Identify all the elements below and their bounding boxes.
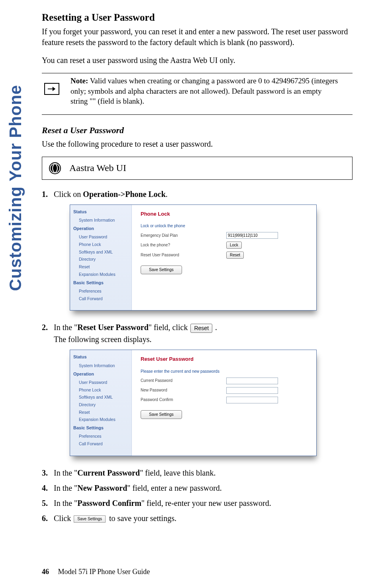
- nav-item[interactable]: Softkeys and XML: [70, 393, 131, 401]
- reset-inline-button[interactable]: Reset: [190, 324, 212, 333]
- save-settings-button[interactable]: Save Settings: [141, 265, 182, 274]
- form-row: New Password: [141, 387, 310, 394]
- intro-paragraph-2: You can reset a user password using the …: [42, 55, 353, 66]
- nav-sidebar: Status System Information Operation User…: [70, 350, 132, 455]
- nav-item[interactable]: User Password: [70, 379, 131, 386]
- field-label: Emergency Dial Plan: [141, 233, 226, 238]
- screenshot-reset-password: Status System Information Operation User…: [70, 350, 353, 456]
- current-password-input[interactable]: [226, 378, 278, 384]
- panel-title: Phone Lock: [141, 210, 310, 218]
- step-text: Click: [54, 514, 73, 523]
- step-text: .: [166, 190, 168, 199]
- side-tab-label: Customizing Your Phone: [6, 12, 25, 291]
- nav-item[interactable]: Expansion Modules: [70, 271, 131, 278]
- step-6: Click Save Settings to save your setting…: [42, 513, 353, 524]
- nav-group: Operation: [70, 370, 131, 379]
- nav-item[interactable]: Directory: [70, 401, 131, 409]
- note-body: Valid values when creating or changing a…: [71, 77, 338, 105]
- step-text: " field, leave this blank.: [140, 468, 215, 477]
- nav-item[interactable]: Reset: [70, 263, 131, 271]
- step-text: In the ": [54, 484, 77, 492]
- step-bold: Operation->Phone Lock: [83, 190, 166, 199]
- field-label: Reset User Password: [141, 252, 226, 258]
- step-1: Click on Operation->Phone Lock. Status S…: [42, 189, 353, 311]
- field-label: Current Password: [141, 378, 226, 383]
- globe-icon: [48, 161, 62, 175]
- nav-item[interactable]: Preferences: [70, 433, 131, 440]
- page-content: Resetting a User Password If you forget …: [42, 0, 353, 524]
- field-label: New Password: [141, 387, 226, 393]
- step-text: Click on: [54, 190, 83, 199]
- nav-item[interactable]: Directory: [70, 256, 131, 263]
- intro-paragraph-3: Use the following procedure to reset a u…: [42, 139, 353, 149]
- nav-item[interactable]: Call Forward: [70, 440, 131, 448]
- nav-item[interactable]: Softkeys and XML: [70, 248, 131, 256]
- field-label: Lock the phone?: [141, 242, 226, 248]
- nav-group: Operation: [70, 224, 131, 233]
- note-label: Note:: [71, 77, 88, 85]
- confirm-password-input[interactable]: [226, 397, 278, 403]
- note-text: Note: Valid values when creating or chan…: [71, 76, 353, 106]
- step-bold: New Password: [77, 484, 127, 492]
- nav-item[interactable]: Phone Lock: [70, 241, 131, 248]
- nav-item[interactable]: Expansion Modules: [70, 416, 131, 423]
- field-label: Password Confirm: [141, 397, 226, 403]
- panel-main: Phone Lock Lock or unlock the phone Emer…: [132, 205, 316, 310]
- nav-item[interactable]: Preferences: [70, 287, 131, 295]
- intro-paragraph-1: If you forget your password, you can res…: [42, 26, 353, 48]
- nav-group: Basic Settings: [70, 278, 131, 287]
- section-heading: Resetting a User Password: [42, 12, 353, 23]
- step-text: " field, re-enter your new user password…: [141, 499, 271, 507]
- form-row: Lock the phone? Lock: [141, 242, 310, 249]
- step-text: to save your settings.: [107, 514, 176, 523]
- panel-section-label: Please enter the current and new passwor…: [141, 369, 310, 374]
- nav-item[interactable]: Call Forward: [70, 295, 131, 303]
- step-bold: Current Password: [77, 468, 140, 477]
- arrow-right-icon: [44, 83, 59, 95]
- step-5: In the "Password Confirm" field, re-ente…: [42, 498, 353, 509]
- page-number: 46: [42, 568, 49, 576]
- emergency-dial-plan-input[interactable]: [226, 232, 278, 239]
- step-text: " field, enter a new password.: [127, 484, 222, 492]
- footer-title: Model 57i IP Phone User Guide: [58, 568, 150, 576]
- step-text: In the ": [54, 323, 77, 332]
- step-text: .: [213, 323, 217, 332]
- form-row: Password Confirm: [141, 397, 310, 403]
- step-bold: Password Confirm: [77, 499, 141, 507]
- save-settings-button[interactable]: Save Settings: [141, 410, 182, 419]
- step-text: In the ": [54, 499, 77, 507]
- nav-item[interactable]: Reset: [70, 409, 131, 416]
- nav-group: Status: [70, 352, 131, 362]
- webui-callout: Aastra Web UI: [42, 157, 353, 180]
- nav-item[interactable]: System Information: [70, 216, 131, 224]
- save-settings-inline-button[interactable]: Save Settings: [74, 515, 106, 523]
- nav-group: Basic Settings: [70, 423, 131, 433]
- lock-button[interactable]: Lock: [226, 242, 242, 249]
- screenshot-phone-lock: Status System Information Operation User…: [70, 205, 353, 311]
- panel-section-label: Lock or unlock the phone: [141, 223, 310, 229]
- form-row: Emergency Dial Plan: [141, 232, 310, 239]
- nav-item[interactable]: Phone Lock: [70, 386, 131, 394]
- step-3: In the "Current Password" field, leave t…: [42, 467, 353, 478]
- page-footer: 46 Model 57i IP Phone User Guide: [42, 568, 150, 576]
- new-password-input[interactable]: [226, 387, 278, 394]
- panel-title: Reset User Password: [141, 356, 310, 363]
- form-row: Reset User Password Reset: [141, 252, 310, 259]
- form-row: Current Password: [141, 378, 310, 384]
- step-2: In the "Reset User Password" field, clic…: [42, 322, 353, 456]
- reset-button[interactable]: Reset: [226, 252, 244, 259]
- nav-sidebar: Status System Information Operation User…: [70, 205, 132, 310]
- nav-item[interactable]: System Information: [70, 362, 131, 370]
- note-block: Note: Valid values when creating or chan…: [42, 73, 353, 115]
- step-4: In the "New Password" field, enter a new…: [42, 482, 353, 494]
- nav-group: Status: [70, 207, 131, 216]
- webui-label: Aastra Web UI: [69, 163, 126, 173]
- subsection-heading: Reset a User Password: [42, 125, 353, 136]
- panel-main: Reset User Password Please enter the cur…: [132, 350, 316, 455]
- step-text: In the ": [54, 468, 77, 477]
- steps-list: Click on Operation->Phone Lock. Status S…: [42, 189, 353, 524]
- svg-marker-1: [53, 87, 55, 91]
- nav-item[interactable]: User Password: [70, 233, 131, 241]
- step-text: " field, click: [149, 323, 190, 332]
- step-bold: Reset User Password: [77, 323, 149, 332]
